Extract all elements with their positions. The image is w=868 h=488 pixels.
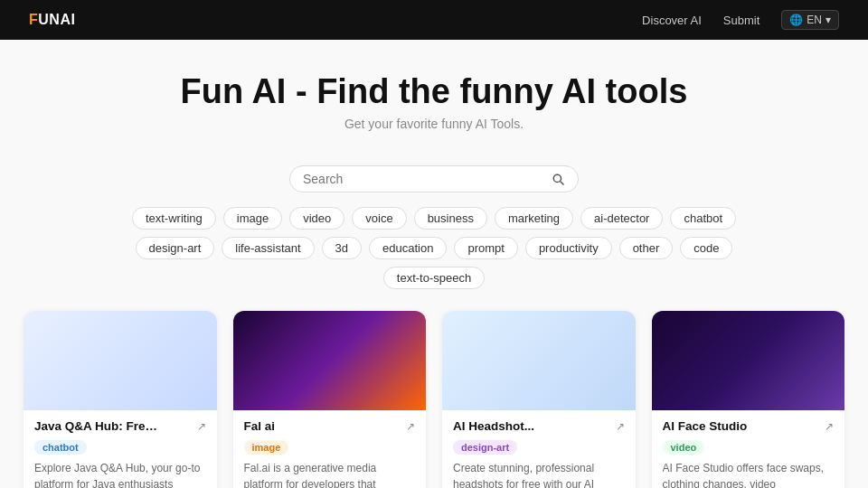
chevron-down-icon: ▾ [826,14,831,26]
search-bar [289,165,579,192]
card-image [442,311,636,410]
tag-design-art[interactable]: design-art [136,237,215,259]
card-title: AI Headshot... [453,419,534,433]
card-description: Create stunning, professional headshots … [453,460,625,488]
hero-section: Fun AI - Find the funny AI tools Get you… [0,40,868,149]
tag-productivity[interactable]: productivity [525,237,612,259]
tag-3d[interactable]: 3d [322,237,362,259]
svg-point-0 [553,174,561,182]
lang-label: EN [807,14,822,26]
card-description: Explore Java Q&A Hub, your go-to platfor… [34,460,206,488]
card-thumbnail [24,311,217,410]
external-link-icon[interactable]: ↗ [406,420,415,433]
tag-life-assistant[interactable]: life-assistant [222,237,314,259]
card-ai-face-studio[interactable]: AI Face Studio ↗ video AI Face Studio of… [652,311,845,488]
nav-links: Discover AI Submit 🌐 EN ▾ [642,10,839,30]
hero-title: Fun AI - Find the funny AI tools [14,72,854,111]
tag-voice[interactable]: voice [352,207,406,230]
tag-prompt[interactable]: prompt [454,237,517,259]
card-body: Java Q&A Hub: Free... ↗ chatbot Explore … [24,410,217,488]
tag-text-writing[interactable]: text-writing [132,207,216,230]
logo[interactable]: FUNAI [29,12,75,28]
card-body: AI Headshot... ↗ design-art Create stunn… [442,410,636,488]
external-link-icon[interactable]: ↗ [616,420,625,433]
external-link-icon[interactable]: ↗ [825,420,834,433]
card-title-row: Fal ai ↗ [244,419,416,433]
card-body: Fal ai ↗ image Fal.ai is a generative me… [233,410,427,488]
card-thumbnail [652,311,845,410]
card-image [233,311,427,410]
card-title-row: AI Headshot... ↗ [453,419,625,433]
tag-image[interactable]: image [223,207,282,230]
tag-chatbot[interactable]: chatbot [670,207,736,230]
card-badge[interactable]: video [663,440,705,455]
cards-grid: Java Q&A Hub: Free... ↗ chatbot Explore … [24,311,844,488]
card-title: Java Q&A Hub: Free... [34,419,161,433]
tag-video[interactable]: video [289,207,344,230]
card-fal-ai[interactable]: Fal ai ↗ image Fal.ai is a generative me… [233,311,427,488]
card-image [24,311,217,410]
card-body: AI Face Studio ↗ video AI Face Studio of… [652,410,845,488]
nav-submit[interactable]: Submit [723,14,760,27]
card-title: Fal ai [244,419,276,433]
tag-code[interactable]: code [680,237,732,259]
card-badge[interactable]: design-art [453,440,517,455]
search-icon [552,173,565,186]
tag-text-to-speech[interactable]: text-to-speech [383,267,485,289]
card-description: Fal.ai is a generative media platform fo… [244,460,416,488]
card-title-row: AI Face Studio ↗ [663,419,835,433]
search-input[interactable] [303,172,544,186]
card-badge[interactable]: image [244,440,289,455]
card-badge[interactable]: chatbot [34,440,87,455]
search-section [0,165,868,192]
flag-icon: 🌐 [789,14,803,26]
language-selector[interactable]: 🌐 EN ▾ [781,10,839,30]
card-image [652,311,845,410]
search-button[interactable] [552,173,565,186]
card-thumbnail [442,311,636,410]
external-link-icon[interactable]: ↗ [197,420,206,433]
nav-discover-ai[interactable]: Discover AI [642,14,702,27]
card-description: AI Face Studio offers face swaps, clothi… [663,460,835,488]
card-java-qa[interactable]: Java Q&A Hub: Free... ↗ chatbot Explore … [24,311,217,488]
tag-other[interactable]: other [619,237,674,259]
tag-marketing[interactable]: marketing [495,207,573,230]
svg-line-1 [561,181,564,184]
tag-business[interactable]: business [414,207,487,230]
cards-grid-section: Java Q&A Hub: Free... ↗ chatbot Explore … [9,311,859,488]
card-title-row: Java Q&A Hub: Free... ↗ [34,419,206,433]
card-ai-headshot[interactable]: AI Headshot... ↗ design-art Create stunn… [442,311,636,488]
tag-education[interactable]: education [369,237,447,259]
navbar: FUNAI Discover AI Submit 🌐 EN ▾ [0,0,868,40]
card-thumbnail [233,311,427,410]
card-title: AI Face Studio [663,419,748,433]
hero-subtitle: Get your favorite funny AI Tools. [14,117,854,131]
tag-ai-detector[interactable]: ai-detector [580,207,663,230]
tag-filter-row: text-writingimagevideovoicebusinessmarke… [90,207,778,289]
